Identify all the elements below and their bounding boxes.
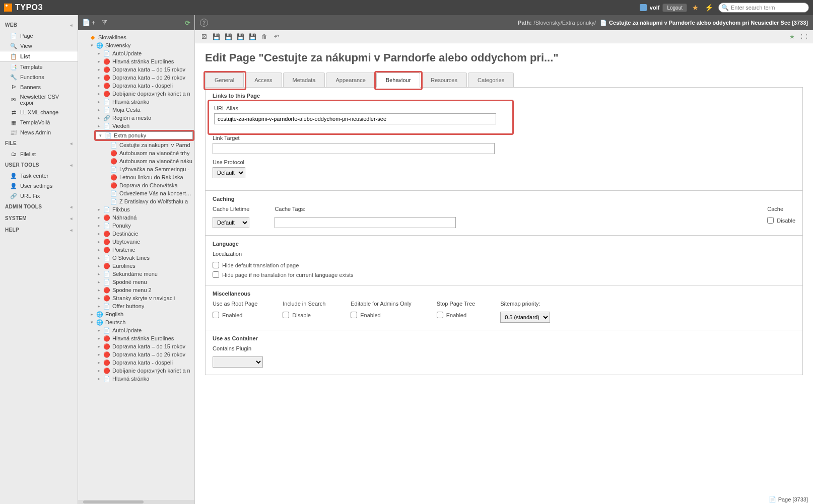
save-close-icon[interactable]: 💾 <box>236 33 244 41</box>
tree-toggle-icon[interactable]: ▸ <box>96 67 101 72</box>
tree-toggle-icon[interactable]: ▸ <box>96 207 101 212</box>
tree-toggle-icon[interactable]: ▸ <box>96 255 101 260</box>
refresh-tree-icon[interactable]: ⟳ <box>185 19 190 27</box>
module-item[interactable]: 👤User settings <box>0 181 78 191</box>
tree-toggle-icon[interactable]: ▸ <box>96 107 101 112</box>
clear-cache-flash-icon[interactable]: ⚡ <box>705 4 713 12</box>
tree-node[interactable]: ▸🔴Stranky skryte v navigacii <box>94 294 194 302</box>
tree-node[interactable]: ▸🔴Dopravna karta - dospeli <box>94 358 194 367</box>
tree-node[interactable]: ▸📄Flixbus <box>94 205 194 213</box>
tree-node[interactable]: ▸🔴Dobíjanie dopravných kariet a n <box>94 90 194 98</box>
use-protocol-select[interactable]: Default <box>213 167 245 178</box>
include-search-row[interactable]: Disable <box>283 312 325 318</box>
stop-pagetree-checkbox[interactable] <box>437 312 443 318</box>
tree-node[interactable]: ▸🔴Destinácie <box>94 230 194 238</box>
tree-node[interactable]: ▾🌐Deutsch <box>87 318 194 326</box>
hide-no-trans-checkbox[interactable] <box>213 271 219 278</box>
tab-access[interactable]: Access <box>245 73 282 87</box>
tree-node[interactable]: ▸🔴Hlavná stránka Eurolines <box>94 57 194 65</box>
tree-node[interactable]: ▸🔴Dopravna karta - dospeli <box>94 82 194 90</box>
url-alias-input[interactable] <box>214 113 496 124</box>
tree-node[interactable]: ▸📄O Slovak Lines <box>94 254 194 262</box>
undo-icon[interactable]: ↶ <box>273 33 281 41</box>
cache-disable-row[interactable]: Disable <box>767 217 795 224</box>
tree-toggle-icon[interactable]: ▸ <box>96 223 101 228</box>
tree-toggle-icon[interactable]: ▸ <box>96 368 101 373</box>
help-icon[interactable]: ? <box>200 19 208 27</box>
module-section-header[interactable]: FILE◂ <box>0 137 78 149</box>
tree-node[interactable]: ▸🔴Náhradná <box>94 213 194 222</box>
module-item[interactable]: 🏳Banners <box>0 82 78 92</box>
module-item[interactable]: 🔍View <box>0 41 78 51</box>
tree-node[interactable]: 🔴Doprava do Chorvátska <box>101 181 194 189</box>
module-item[interactable]: 📑Template <box>0 62 78 72</box>
tree-toggle-icon[interactable]: ▸ <box>96 376 101 381</box>
tree-node[interactable]: ▸📄Ponuky <box>94 222 194 230</box>
editable-admins-checkbox[interactable] <box>351 312 357 318</box>
tree-node[interactable]: ▸🔴Dobíjanie dopravných kariet a n <box>94 367 194 375</box>
tree-toggle-icon[interactable]: ▸ <box>96 123 101 128</box>
tab-metadata[interactable]: Metadata <box>283 73 325 87</box>
tree-toggle-icon[interactable]: ▸ <box>96 99 101 104</box>
tab-appearance[interactable]: Appearance <box>326 73 375 87</box>
tree-node[interactable]: ▸📄Offer buttony <box>94 302 194 310</box>
tree-toggle-icon[interactable]: ▸ <box>96 304 101 309</box>
footer-status[interactable]: 📄 Page [3733] <box>769 496 808 503</box>
tree-node[interactable]: ▸📄AutoUpdate <box>94 326 194 334</box>
tree-node[interactable]: ▸🔗Región a mesto <box>94 114 194 122</box>
module-item[interactable]: 📰News Admin <box>0 127 78 137</box>
tree-toggle-icon[interactable]: ▸ <box>96 59 101 64</box>
tree-node[interactable]: ▸📄Viedeň <box>94 122 194 130</box>
tree-node[interactable]: ▸🔴Hlavná stránka Eurolines <box>94 334 194 342</box>
include-search-checkbox[interactable] <box>283 312 289 318</box>
root-page-checkbox[interactable] <box>213 312 219 318</box>
tree-toggle-icon[interactable]: ▸ <box>96 336 101 341</box>
tree-toggle-icon[interactable]: ▸ <box>96 91 101 96</box>
tree-toggle-icon[interactable]: ▾ <box>89 320 94 325</box>
tree-node[interactable]: ▸🔴Dopravna karta – do 15 rokov <box>94 342 194 350</box>
tree-node[interactable]: ▾🌐Slovensky <box>87 41 194 49</box>
tree-node[interactable]: ▸📄Hlavná stránka <box>94 375 194 383</box>
tree-toggle-icon[interactable]: ▸ <box>96 360 101 365</box>
contains-plugin-select[interactable] <box>213 356 263 368</box>
tree-node[interactable]: ▸📄Sekundárne menu <box>94 270 194 278</box>
bookmark-add-icon[interactable]: ★ <box>788 33 796 41</box>
tab-general[interactable]: General <box>205 73 244 87</box>
open-new-window-icon[interactable]: ⛶ <box>800 33 808 41</box>
module-item[interactable]: ▦TemplaVoilà <box>0 117 78 127</box>
tab-behaviour[interactable]: Behaviour <box>376 73 421 88</box>
tree-toggle-icon[interactable]: ▸ <box>96 115 101 120</box>
filter-icon[interactable]: ⧩ <box>102 19 107 27</box>
tree-root[interactable]: ◆Slovaklines <box>80 33 194 41</box>
app-logo[interactable]: TYPO3 <box>4 3 43 12</box>
save-view-icon[interactable]: 💾 <box>224 33 232 41</box>
tree-node[interactable]: 📄Z Bratislavy do Wolfsthalu a <box>101 197 194 205</box>
module-item[interactable]: 📄Page <box>0 31 78 41</box>
hide-default-checkbox[interactable] <box>213 262 219 268</box>
tab-categories[interactable]: Categories <box>468 73 514 87</box>
save-icon[interactable]: 💾 <box>212 33 220 41</box>
tree-toggle-icon[interactable]: ▸ <box>96 352 101 357</box>
tree-toggle-icon[interactable]: ▸ <box>96 83 101 88</box>
tree-toggle-icon[interactable]: ▸ <box>96 231 101 236</box>
tree-toggle-icon[interactable]: ▸ <box>96 75 101 80</box>
tree-toggle-icon[interactable]: ▸ <box>96 51 101 56</box>
cache-disable-checkbox[interactable] <box>767 217 774 224</box>
module-section-header[interactable]: WEB◂ <box>0 19 78 31</box>
tree-node[interactable]: ▸🔴Spodne menu 2 <box>94 286 194 294</box>
tree-toggle-icon[interactable]: ▾ <box>98 133 103 138</box>
stop-pagetree-row[interactable]: Enabled <box>437 312 475 318</box>
tree-toggle-icon[interactable]: ▸ <box>96 328 101 333</box>
hide-no-trans-row[interactable]: Hide page if no translation for current … <box>213 271 795 278</box>
module-item[interactable]: 🗂Filelist <box>0 149 78 159</box>
hide-default-row[interactable]: Hide default translation of page <box>213 262 795 268</box>
tree-node[interactable]: 🔴Autobusom na vianočné náku <box>101 157 194 165</box>
editable-admins-row[interactable]: Enabled <box>351 312 411 318</box>
tree-toggle-icon[interactable]: ▸ <box>96 287 101 293</box>
tree-node[interactable]: ▸📄Spodné menu <box>94 278 194 286</box>
tree-node[interactable]: 🔴Letnou linkou do Rakúska <box>101 173 194 181</box>
tree-node[interactable]: ▸🔴Dopravna karta – do 26 rokov <box>94 74 194 82</box>
module-section-header[interactable]: HELP◂ <box>0 224 78 236</box>
module-item[interactable]: 🔧Functions <box>0 72 78 82</box>
tree-node[interactable]: ▾📄Extra ponuky <box>96 131 193 139</box>
